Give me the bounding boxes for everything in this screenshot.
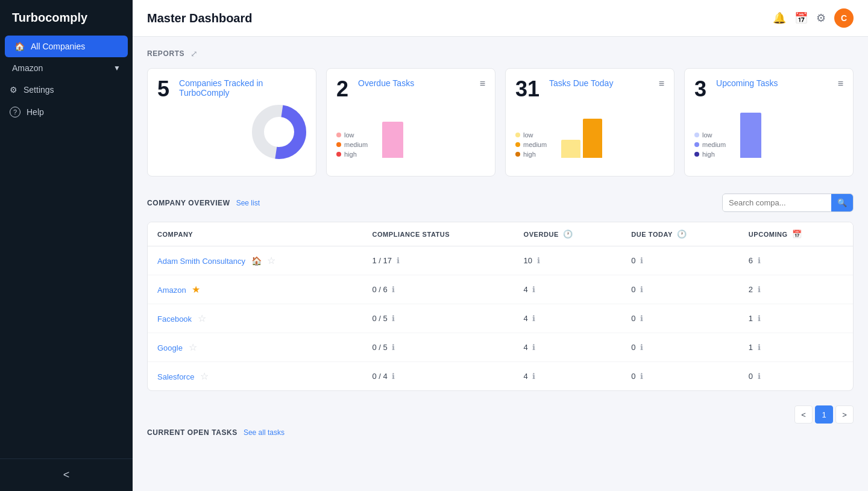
company-name-link[interactable]: Google [157, 343, 183, 352]
upcoming-calendar-icon: 📅 [792, 230, 802, 239]
home-icon: 🏠 [14, 42, 25, 51]
search-button[interactable]: 🔍 [831, 194, 853, 211]
legend-medium: medium [694, 141, 726, 148]
calendar-icon[interactable]: 📅 [794, 11, 808, 25]
company-name-link[interactable]: Adam Smith Consultancy [157, 257, 245, 266]
notification-bell-icon[interactable]: 🔔 [773, 11, 786, 25]
sidebar-item-label: Settings [24, 85, 54, 95]
due-today-info-icon[interactable]: ℹ [640, 343, 643, 352]
company-name-link[interactable]: Facebook [157, 314, 192, 324]
compliance-info-icon[interactable]: ℹ [392, 372, 395, 381]
upcoming-info-icon[interactable]: ℹ [758, 285, 761, 294]
stat-card-overdue: 2 Overdue Tasks ≡ low medium [326, 68, 495, 177]
next-page-button[interactable]: > [835, 405, 854, 424]
overdue-bar-chart [377, 110, 485, 158]
main-area: Master Dashboard 🔔 📅 ⚙ C REPORTS ⤢ 5 Com… [133, 0, 868, 491]
overdue-cell: 4 ℹ [514, 275, 622, 304]
compliance-value: 0 / 5 [373, 343, 388, 352]
upcoming-legend: low medium high [694, 131, 726, 158]
high-label: high [344, 151, 357, 158]
overdue-info-icon[interactable]: ℹ [532, 372, 535, 381]
sidebar-item-settings[interactable]: ⚙ Settings [0, 79, 133, 101]
legend-medium: medium [515, 141, 547, 148]
menu-icon[interactable]: ≡ [838, 78, 843, 89]
compliance-info-icon[interactable]: ℹ [392, 314, 395, 323]
overdue-info-icon[interactable]: ℹ [532, 285, 535, 294]
sidebar: Turbocomply 🏠 All Companies Amazon ▼ ⚙ S… [0, 0, 133, 491]
due-today-bar-low [561, 140, 580, 158]
upcoming-info-icon[interactable]: ℹ [758, 256, 761, 265]
upcoming-cell: 2 ℹ [739, 275, 853, 304]
companies-table: COMPANY COMPLIANCE STATUS OVERDUE 🕐 DUE … [148, 222, 853, 390]
overdue-info-icon[interactable]: ℹ [532, 343, 535, 352]
user-avatar[interactable]: C [834, 8, 854, 28]
menu-icon[interactable]: ≡ [659, 78, 664, 89]
see-all-tasks-link[interactable]: See all tasks [244, 428, 285, 437]
collapse-expand-icon[interactable]: ⤢ [190, 49, 198, 58]
due-today-value: 0 [631, 343, 635, 352]
compliance-info-icon[interactable]: ℹ [392, 285, 395, 294]
high-dot [694, 152, 699, 157]
due-today-info-icon[interactable]: ℹ [640, 372, 643, 381]
sidebar-item-amazon[interactable]: Amazon ▼ [0, 57, 133, 79]
compliance-value: 1 / 17 [373, 256, 392, 265]
sidebar-item-label: Help [27, 107, 44, 117]
compliance-info-icon[interactable]: ℹ [397, 256, 400, 265]
companies-donut-chart [252, 105, 306, 159]
see-list-link[interactable]: See list [236, 199, 260, 207]
low-dot [694, 133, 699, 137]
header-icons: 🔔 📅 ⚙ C [773, 8, 854, 28]
upcoming-value: 1 [749, 343, 753, 352]
legend-low: low [694, 131, 726, 139]
due-today-info-icon[interactable]: ℹ [640, 314, 643, 323]
collapse-button[interactable]: < [10, 469, 123, 481]
compliance-value: 0 / 5 [373, 314, 388, 323]
star-favorite-icon[interactable]: ☆ [189, 342, 197, 352]
menu-icon[interactable]: ≡ [480, 78, 485, 89]
overdue-info-icon[interactable]: ℹ [537, 256, 540, 265]
due-today-info-icon[interactable]: ℹ [640, 285, 643, 294]
settings-gear-icon[interactable]: ⚙ [816, 11, 826, 25]
legend-low: low [336, 131, 368, 139]
compliance-info-icon[interactable]: ℹ [392, 343, 395, 352]
medium-dot [515, 142, 520, 147]
star-favorite-icon[interactable]: ☆ [198, 313, 206, 324]
upcoming-count: 3 [694, 78, 706, 100]
company-table: COMPANY COMPLIANCE STATUS OVERDUE 🕐 DUE … [147, 222, 854, 391]
due-today-cell: 0 ℹ [621, 304, 738, 333]
overdue-info-icon[interactable]: ℹ [532, 314, 535, 323]
sidebar-item-all-companies[interactable]: 🏠 All Companies [5, 36, 128, 57]
header: Master Dashboard 🔔 📅 ⚙ C [133, 0, 868, 37]
low-label: low [344, 131, 354, 139]
overdue-legend: low medium high [336, 131, 368, 158]
upcoming-info-icon[interactable]: ℹ [758, 343, 761, 352]
company-name-link[interactable]: Salesforce [157, 372, 194, 381]
company-name-link[interactable]: Amazon [157, 286, 186, 295]
compliance-cell: 0 / 5 ℹ [363, 304, 514, 333]
due-today-info-icon[interactable]: ℹ [640, 256, 643, 265]
company-overview-title: COMPANY OVERVIEW [147, 199, 230, 207]
due-today-value: 0 [631, 285, 635, 294]
star-favorite-icon[interactable]: ☆ [200, 371, 209, 381]
star-favorite-icon[interactable]: ★ [192, 284, 200, 295]
overdue-value: 4 [524, 343, 528, 352]
upcoming-info-icon[interactable]: ℹ [758, 314, 761, 323]
companies-title: Companies Tracked in TurboComply [179, 78, 306, 98]
stat-card-header: 2 Overdue Tasks ≡ [336, 78, 485, 100]
upcoming-value: 2 [749, 285, 753, 294]
col-compliance: COMPLIANCE STATUS [363, 222, 514, 246]
star-favorite-icon[interactable]: ☆ [267, 255, 275, 266]
upcoming-value: 6 [749, 256, 753, 265]
upcoming-info-icon[interactable]: ℹ [758, 372, 761, 381]
page-title: Master Dashboard [147, 11, 253, 25]
due-today-cell: 0 ℹ [621, 246, 738, 275]
col-overdue: OVERDUE 🕐 [514, 222, 622, 246]
overdue-cell: 4 ℹ [514, 362, 622, 391]
due-today-clock-icon: 🕐 [677, 230, 687, 239]
stat-card-upcoming: 3 Upcoming Tasks ≡ low medium [684, 68, 854, 177]
legend-medium: medium [336, 141, 368, 148]
page-1-button[interactable]: 1 [815, 405, 833, 424]
search-input[interactable] [723, 195, 831, 211]
sidebar-item-help[interactable]: ? Help [0, 101, 133, 124]
prev-page-button[interactable]: < [794, 405, 813, 424]
